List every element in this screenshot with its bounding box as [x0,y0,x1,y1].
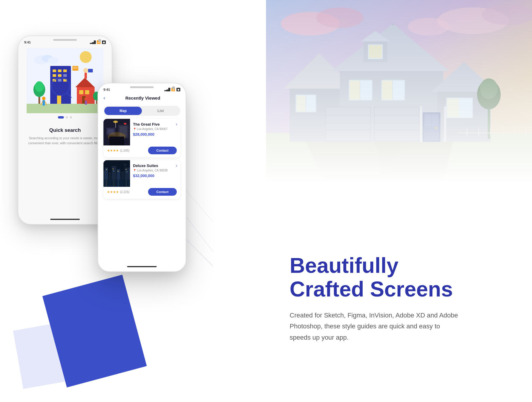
svg-point-52 [113,121,118,123]
card-2-name-row: Deluxe Suites › [133,163,177,168]
phone-2-frame: 9:41 ▂▄█ 📶 ■ ‹ Recently Viewed Map List [98,83,186,272]
right-text-section: Beautifully Crafted Screens Created for … [290,254,497,343]
card-1-heart-icon[interactable]: ❤ [122,121,128,127]
card-1-info: The Great Five › 📍 Los Angeles, CA 90067… [130,119,180,145]
card-2-stars-row: ★★★★ (2.215) [107,190,129,194]
phone-2-header: ‹ Recently Viewed [98,93,186,103]
card-2-contact-button[interactable]: Contact [148,188,177,196]
svg-rect-18 [57,95,61,104]
left-panel: 9:41 ▂▄█ 📶 ■ [0,0,266,402]
card-1-chevron[interactable]: › [176,122,177,127]
phone-2-home-bar [127,266,157,267]
svg-rect-12 [53,74,56,77]
svg-rect-39 [73,67,78,67]
card-2-location-text: Los Angeles, CA 90038 [137,169,168,172]
card-1-name-row: The Great Five › [133,122,177,127]
svg-rect-50 [109,137,124,145]
dot-1 [58,116,64,119]
quick-search-desc: Searching according to your needs is eas… [24,136,106,145]
card-2-top: ♡ Deluxe Suites › 📍 Los Angeles, CA 9003… [103,160,180,187]
phone-2-notch [130,86,154,88]
phone-1-time: 9:41 [24,40,31,44]
card-1-price: $28,000,000 [133,132,177,137]
phone-1-notch [53,39,77,41]
tab-map[interactable]: Map [104,107,142,115]
svg-rect-31 [43,100,45,106]
card-2-name: Deluxe Suites [133,163,158,168]
house-background [266,0,532,183]
svg-rect-67 [126,171,127,172]
svg-rect-13 [58,74,61,77]
headline-line-2: Crafted Screens [290,278,497,301]
svg-rect-42 [85,73,87,79]
svg-rect-135 [266,0,532,183]
map-list-tabs: Map List [103,106,180,116]
phone-2: 9:41 ▂▄█ 📶 ■ ‹ Recently Viewed Map List [98,83,186,272]
svg-rect-63 [113,168,113,169]
signal-icon: ▂▄█ [90,40,95,44]
svg-point-6 [48,57,59,64]
signal-icon-2: ▂▄█ [164,88,170,91]
svg-rect-65 [118,171,119,172]
card-1-top: ❤ The Great Five › 📍 Los Angeles, CA 900… [103,119,180,145]
card-1-image: ❤ [103,119,130,145]
card-1-rating-count: (1.245) [120,149,129,152]
dot-3 [70,116,72,119]
svg-rect-21 [79,90,83,94]
card-2-image: ♡ [103,160,130,187]
svg-point-30 [42,97,46,100]
svg-point-34 [84,98,87,100]
card-1-contact-button[interactable]: Contact [148,147,177,154]
headline: Beautifully Crafted Screens [290,254,497,301]
svg-rect-9 [53,69,56,72]
phone-1-home-bar [50,219,80,220]
card-1-bottom: ★★★★ (1.245) Contact [103,145,180,157]
card-2-stars: ★★★★ [107,190,119,194]
card-2-rating-count: (2.215) [120,190,129,194]
card-2-price: $32,000,000 [133,174,177,178]
card-1-location: 📍 Los Angeles, CA 90067 [133,127,177,131]
phone-1-illustration [27,48,103,113]
phone-2-camera [172,86,175,89]
battery-icon: ■ [102,40,106,44]
svg-rect-62 [106,169,107,170]
svg-rect-16 [58,79,61,82]
subtext: Created for Sketch, Figma, InVision, Ado… [290,310,461,343]
card-2-heart-icon[interactable]: ♡ [122,162,128,168]
card-1-stars-row: ★★★★ (1.245) [107,149,129,153]
card-2-location: 📍 Los Angeles, CA 90038 [133,169,177,172]
location-pin-icon-2: 📍 [133,169,136,172]
svg-rect-29 [27,104,103,113]
card-2-info: Deluxe Suites › 📍 Los Angeles, CA 90038 … [130,160,180,187]
svg-rect-66 [126,169,126,170]
svg-rect-10 [58,69,61,72]
svg-rect-35 [85,100,87,105]
svg-rect-22 [85,90,89,94]
card-2-bottom: ★★★★ (2.215) Contact [103,187,180,199]
svg-rect-64 [113,171,114,171]
card-1-stars: ★★★★ [107,149,119,153]
svg-rect-40 [73,68,78,69]
dot-2 [66,116,68,119]
svg-point-7 [80,51,92,63]
phone-2-time: 9:41 [103,88,110,91]
svg-point-41 [83,68,88,73]
card-1-location-text: Los Angeles, CA 90067 [137,127,168,131]
phone-1-status-icons: ▂▄█ 📶 ■ [90,40,106,44]
property-card-1: ❤ The Great Five › 📍 Los Angeles, CA 900… [103,119,180,157]
right-panel: Beautifully Crafted Screens Created for … [266,0,532,402]
battery-icon-2: ■ [176,88,180,91]
headline-line-1: Beautifully [290,254,497,277]
quick-search-title: Quick search [49,127,81,133]
svg-rect-11 [63,69,67,72]
svg-rect-14 [63,74,67,77]
svg-rect-43 [88,69,93,72]
tab-list[interactable]: List [142,107,179,115]
phone-1-camera [98,39,101,42]
card-2-chevron[interactable]: › [176,163,177,168]
recently-viewed-title: Recently Viewed [105,95,180,100]
property-card-2: ♡ Deluxe Suites › 📍 Los Angeles, CA 9003… [103,160,180,199]
location-pin-icon-1: 📍 [133,128,136,131]
card-1-name: The Great Five [133,122,160,127]
svg-point-26 [35,81,44,92]
